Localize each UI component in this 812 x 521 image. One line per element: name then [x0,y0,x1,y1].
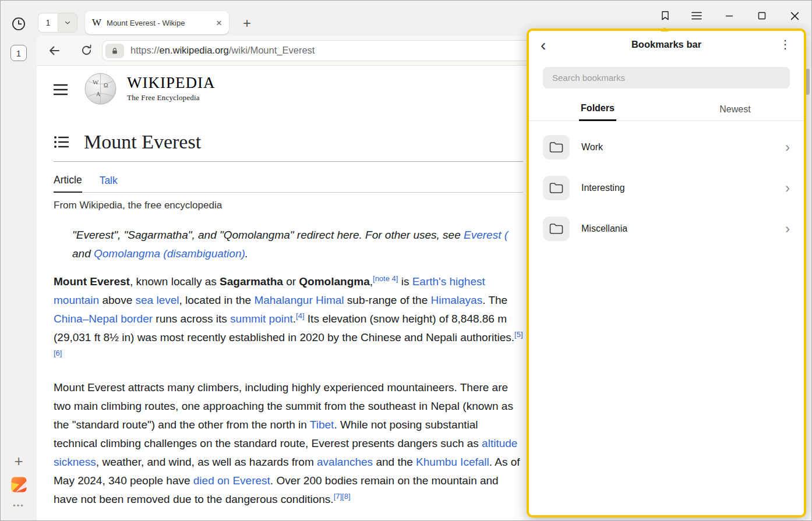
article-link[interactable]: died on Everest [193,474,270,487]
chevron-right-icon[interactable]: › [785,181,790,195]
contents-icon[interactable] [54,135,69,149]
tab-article[interactable]: Article [54,169,82,193]
article-tabs: Article Talk [54,169,523,193]
minimize-icon [725,12,733,20]
paragraph-2: Mount Everest attracts many climbers, in… [54,378,523,509]
add-panel-button[interactable]: + [14,454,23,468]
back-arrow-icon [47,44,61,58]
panel-tab-folders[interactable]: Folders [529,95,666,120]
text-run: runs across its [153,313,230,325]
window-maximize-button[interactable] [753,7,771,24]
text-run: . [245,247,248,260]
folder-icon [543,217,570,241]
reload-icon [80,44,93,57]
mail-app-icon[interactable] [11,477,27,492]
article-link[interactable]: Khumbu Icefall [416,456,489,468]
text-run: , known locally as [130,275,220,288]
bookmark-search-box[interactable] [543,67,790,88]
reference-link[interactable]: [5] [514,330,522,339]
article-link[interactable]: Qomolangma (disambiguation) [94,247,245,260]
panel-tab-folders-label: Folders [579,103,616,121]
browser-menu-button[interactable] [688,7,705,24]
svg-text:Ω: Ω [104,82,108,88]
panel-kebab-menu-icon[interactable]: ⋮ [779,37,791,51]
reload-button[interactable] [80,44,94,58]
reference-link[interactable]: [4] [296,311,304,320]
panel-tab-newest-label: Newest [718,104,752,120]
hatnote-line-2: and Qomolangma (disambiguation). [72,244,523,263]
svg-text:A: A [96,91,101,97]
text-run: . The [482,294,507,306]
url-host: en.wikipedia.org [160,45,229,55]
article-link[interactable]: Himalayas [431,294,483,306]
browser-sidebar: 1 + ••• [1,1,37,520]
wikipedia-wordmark[interactable]: WIKIPEDIA The Free Encyclopedia [127,74,215,102]
bookmark-icon [659,10,671,22]
back-button[interactable] [47,44,61,58]
text-run: , weather, and wind, as well as hazards … [96,456,317,468]
text-run: Qomolangma [299,275,369,288]
tab-stack-chip[interactable]: 1 [38,13,77,33]
bookmarks-panel-toggle[interactable] [656,7,674,24]
text-run: and the [373,456,416,468]
reference-link[interactable]: [7] [334,492,342,501]
new-tab-button[interactable]: + [238,15,256,32]
folder-label: Interesting [581,183,625,193]
close-icon [790,12,799,20]
text-run: is [398,275,412,288]
reference-link[interactable]: [note 4] [373,274,398,283]
hatnote-line-1: "Everest", "Sagarmatha", and "Qomolangma… [72,226,523,244]
bookmark-search-input[interactable] [552,73,781,83]
url-scheme: https:// [130,45,160,55]
article-title: Mount Everest [84,131,201,153]
scrollbar-thumb[interactable] [806,69,810,95]
text-run: Sagarmatha [220,275,283,288]
text-run: , located in the [179,294,255,306]
reference-link[interactable]: [8] [342,492,350,501]
folder-label: Miscellania [581,224,627,234]
wikipedia-tagline: The Free Encyclopedia [127,93,215,102]
window-minimize-button[interactable] [721,7,738,24]
article-title-row: Mount Everest [54,131,523,162]
folder-icon [543,176,570,200]
browser-tab-active[interactable]: W Mount Everest - Wikipe × [85,11,229,34]
window-number-badge[interactable]: 1 [10,45,27,61]
wikipedia-globe-logo[interactable]: W Ω A [84,73,116,105]
panel-tab-newest[interactable]: Newest [666,95,804,120]
article-link[interactable]: avalanches [317,456,373,468]
lock-icon [111,47,119,55]
tab-stack-dropdown[interactable] [58,13,77,33]
article-link[interactable]: sea level [136,294,179,306]
url-path: /wiki/Mount_Everest [229,45,315,55]
wikipedia-main-menu-button[interactable] [53,83,68,96]
folder-icon [543,135,570,160]
paragraph-1: Mount Everest, known locally as Sagarmat… [54,272,523,366]
tab-stack-counter[interactable]: 1 [38,13,58,33]
panel-caret [661,23,669,31]
panel-tabs: Folders Newest [529,95,804,121]
article-link[interactable]: Everest ( [464,229,508,241]
tab-talk[interactable]: Talk [100,169,118,192]
article-link[interactable]: China–Nepal border [54,313,153,325]
chevron-right-icon[interactable]: › [785,222,790,236]
article-link[interactable]: Mahalangur Himal [254,294,344,306]
text-run: "Everest", "Sagarmatha", and "Qomolangma… [72,229,464,241]
chevron-right-icon[interactable]: › [785,140,790,154]
text-run: above [99,294,135,306]
folder-row-miscellania[interactable]: Miscellania › [529,208,804,249]
more-options-icon[interactable]: ••• [13,501,24,510]
wikipedia-favicon: W [92,17,101,29]
article-link[interactable]: summit point [230,313,293,325]
wikipedia-title-text: WIKIPEDIA [127,74,215,92]
reference-link[interactable]: [6] [54,349,62,357]
folder-label: Work [581,142,603,153]
site-security-chip[interactable] [105,44,124,58]
article-link[interactable]: Tibet [310,419,334,431]
bookmark-folder-list: Work › Interesting › Miscellania › [529,121,804,249]
article-subtitle: From Wikipedia, the free encyclopedia [54,200,222,211]
folder-row-work[interactable]: Work › [529,127,804,168]
window-close-button[interactable] [786,7,803,24]
clock-icon[interactable] [11,16,26,31]
tab-close-icon[interactable]: × [216,18,222,28]
folder-row-interesting[interactable]: Interesting › [529,168,804,208]
